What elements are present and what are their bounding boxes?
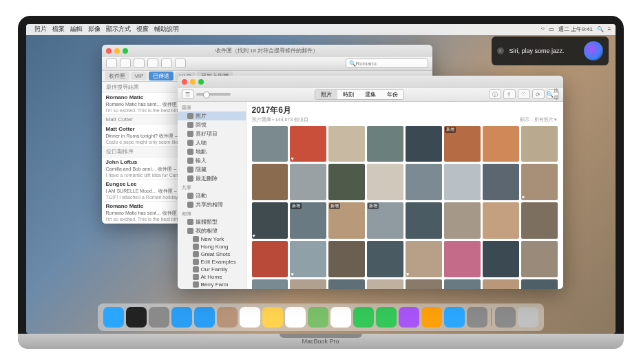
photos-segment[interactable]: 時刻 bbox=[337, 90, 359, 99]
sidebar-item[interactable]: 照片 bbox=[178, 111, 246, 120]
photo-thumbnail[interactable]: 新增 bbox=[328, 202, 365, 239]
photo-thumbnail[interactable]: 新增 bbox=[290, 202, 326, 239]
menu-item[interactable]: 顯示方式 bbox=[106, 25, 131, 32]
mail-search-input[interactable]: 🔍 Romano bbox=[346, 58, 428, 68]
photo-thumbnail[interactable] bbox=[483, 202, 519, 239]
photo-thumbnail[interactable] bbox=[444, 279, 481, 289]
battery-icon[interactable]: ▭ bbox=[549, 26, 554, 32]
notification-center-icon[interactable]: ≡ bbox=[608, 26, 611, 32]
compose-button[interactable] bbox=[120, 58, 131, 68]
sidebar-item[interactable]: Berry Farm bbox=[178, 281, 246, 288]
photo-thumbnail[interactable] bbox=[406, 279, 442, 289]
flag-button[interactable] bbox=[175, 58, 186, 68]
favorite-button[interactable]: ♡ bbox=[518, 89, 530, 99]
photo-thumbnail[interactable] bbox=[444, 202, 481, 239]
photo-thumbnail[interactable]: ♥ bbox=[290, 241, 326, 277]
mail-filter-tab[interactable]: 收件匣 bbox=[105, 72, 129, 81]
photo-thumbnail[interactable] bbox=[252, 279, 288, 289]
photo-thumbnail[interactable] bbox=[290, 279, 326, 289]
sidebar-item[interactable]: Our Family bbox=[178, 266, 246, 273]
sidebar-item[interactable]: 媒體類型 bbox=[178, 217, 246, 226]
siri-orb-icon[interactable] bbox=[584, 41, 603, 61]
menu-item[interactable]: 照片 bbox=[34, 25, 47, 32]
maximize-icon[interactable] bbox=[123, 48, 128, 54]
delete-button[interactable] bbox=[147, 58, 158, 68]
photo-thumbnail[interactable] bbox=[521, 241, 558, 277]
get-mail-button[interactable] bbox=[106, 58, 117, 68]
wifi-icon[interactable]: ⌔ bbox=[541, 26, 545, 32]
photo-thumbnail[interactable]: 新增 bbox=[444, 126, 481, 162]
photo-thumbnail[interactable] bbox=[328, 164, 365, 200]
photo-thumbnail[interactable]: ♥ bbox=[252, 202, 288, 239]
reply-button[interactable] bbox=[161, 58, 172, 68]
photos-titlebar[interactable] bbox=[178, 76, 563, 88]
photo-thumbnail[interactable] bbox=[483, 279, 519, 289]
dock-app-ibooks[interactable] bbox=[421, 307, 442, 328]
archive-button[interactable] bbox=[134, 58, 145, 68]
sidebar-item[interactable]: Great Shots bbox=[178, 250, 246, 258]
dock-app-itunes[interactable] bbox=[399, 307, 419, 328]
dock-app-appstore[interactable] bbox=[444, 307, 465, 328]
sidebar-toggle-button[interactable]: ☰ bbox=[182, 89, 194, 99]
dock-app-notes[interactable] bbox=[262, 307, 283, 328]
photo-thumbnail[interactable] bbox=[252, 241, 288, 277]
photo-thumbnail[interactable]: ♥ bbox=[521, 164, 558, 200]
photo-thumbnail[interactable] bbox=[444, 241, 481, 277]
rotate-button[interactable]: ⟳ bbox=[532, 89, 545, 99]
close-icon[interactable] bbox=[182, 79, 187, 85]
menu-item[interactable]: 編輯 bbox=[70, 25, 83, 32]
photo-thumbnail[interactable] bbox=[406, 164, 442, 200]
sidebar-item[interactable]: 隱藏 bbox=[178, 165, 246, 174]
photo-thumbnail[interactable] bbox=[406, 202, 442, 239]
photos-segment[interactable]: 照片 bbox=[315, 90, 337, 99]
sidebar-item[interactable]: 地點 bbox=[178, 147, 246, 156]
minimize-icon[interactable] bbox=[114, 48, 120, 54]
dock-app-siri[interactable] bbox=[126, 307, 147, 328]
photo-thumbnail[interactable] bbox=[367, 279, 403, 289]
photo-thumbnail[interactable] bbox=[290, 164, 326, 200]
photo-thumbnail[interactable] bbox=[328, 126, 365, 162]
dock-app-reminders[interactable] bbox=[285, 307, 306, 328]
dock-app-safari[interactable] bbox=[171, 307, 192, 328]
sidebar-item[interactable]: Edit Examples bbox=[178, 258, 246, 266]
menu-item[interactable]: 檔案 bbox=[52, 25, 65, 32]
photo-thumbnail[interactable] bbox=[406, 126, 442, 162]
mail-filter-tab[interactable]: VIP bbox=[131, 72, 148, 80]
sidebar-item[interactable]: 回憶 bbox=[178, 120, 246, 129]
photo-thumbnail[interactable] bbox=[521, 279, 558, 289]
photos-filter-dropdown[interactable]: 顯示：所有照片 ▾ bbox=[520, 116, 558, 123]
dock-app-facetime[interactable] bbox=[376, 307, 397, 328]
mail-filter-tab[interactable]: 已傳送 bbox=[149, 72, 174, 81]
minimize-icon[interactable] bbox=[190, 79, 196, 85]
photo-thumbnail[interactable] bbox=[483, 164, 519, 200]
photo-thumbnail[interactable] bbox=[521, 126, 558, 162]
share-button[interactable]: ⇪ bbox=[503, 89, 516, 99]
dock-app-contacts[interactable] bbox=[217, 307, 238, 328]
photos-segment[interactable]: 年份 bbox=[381, 90, 403, 99]
sidebar-item[interactable]: 人物 bbox=[178, 138, 246, 147]
photo-thumbnail[interactable]: ♥ bbox=[406, 241, 442, 277]
photo-thumbnail[interactable] bbox=[521, 202, 558, 239]
sidebar-item[interactable]: New York bbox=[178, 235, 246, 243]
spotlight-icon[interactable]: 🔍 bbox=[597, 26, 604, 32]
dock-app-mail[interactable] bbox=[194, 307, 215, 328]
photo-thumbnail[interactable]: 新增 bbox=[367, 202, 403, 239]
menu-item[interactable]: 輔助說明 bbox=[154, 25, 179, 32]
dock-trash[interactable] bbox=[518, 307, 538, 328]
menu-item[interactable]: 影像 bbox=[88, 25, 101, 32]
menu-item[interactable]: 視窗 bbox=[136, 25, 149, 32]
sidebar-item[interactable]: 活動 bbox=[178, 191, 246, 200]
zoom-slider[interactable] bbox=[196, 93, 231, 96]
sidebar-item[interactable]: 輸入 bbox=[178, 156, 246, 165]
dock-app-finder[interactable] bbox=[103, 307, 124, 328]
photo-thumbnail[interactable] bbox=[252, 164, 288, 200]
photo-thumbnail[interactable] bbox=[367, 164, 403, 200]
close-icon[interactable] bbox=[106, 48, 112, 54]
maximize-icon[interactable] bbox=[198, 79, 204, 85]
photo-thumbnail[interactable] bbox=[252, 126, 288, 162]
siri-close-button[interactable]: × bbox=[497, 47, 504, 54]
dock-app-preferences[interactable] bbox=[467, 307, 487, 328]
sidebar-item[interactable]: At Home bbox=[178, 273, 246, 281]
dock-app-maps[interactable] bbox=[308, 307, 328, 328]
photo-thumbnail[interactable] bbox=[483, 241, 519, 277]
